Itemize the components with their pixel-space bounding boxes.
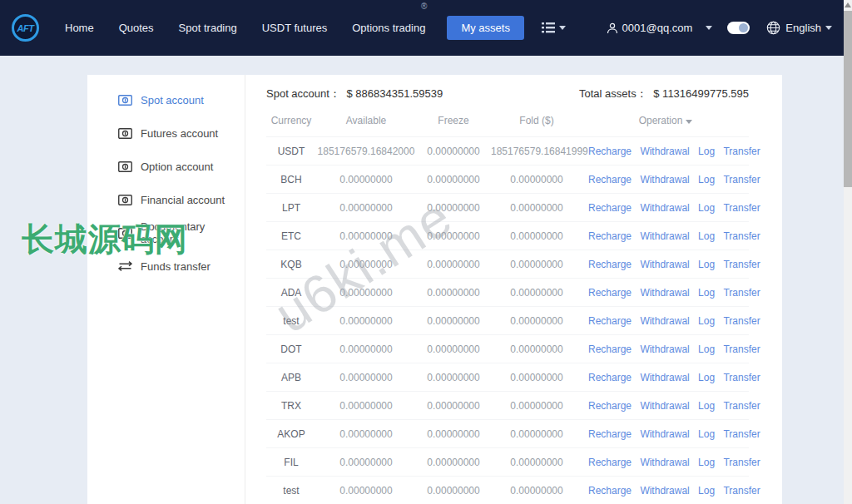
fold-cell: 185176579.16841999 bbox=[491, 137, 582, 166]
recharge-link[interactable]: Recharge bbox=[588, 230, 632, 242]
transfer-link[interactable]: Transfer bbox=[723, 372, 760, 383]
withdrawal-link[interactable]: Withdrawal bbox=[640, 315, 689, 327]
col-header-operation[interactable]: Operation bbox=[582, 106, 749, 137]
currency-cell: DOT bbox=[266, 335, 316, 363]
log-link[interactable]: Log bbox=[698, 485, 715, 497]
operation-chevron-down-icon bbox=[686, 120, 692, 124]
sidebar-item[interactable]: Funds transfer bbox=[87, 250, 245, 283]
table-row: BCH 0.00000000 0.00000000 0.00000000 Rec… bbox=[266, 166, 749, 194]
log-link[interactable]: Log bbox=[698, 146, 715, 157]
fold-cell: 0.00000000 bbox=[491, 250, 582, 279]
recharge-link[interactable]: Recharge bbox=[588, 428, 632, 440]
list-menu-button[interactable] bbox=[542, 22, 566, 33]
withdrawal-link[interactable]: Withdrawal bbox=[640, 457, 689, 468]
transfer-link[interactable]: Transfer bbox=[723, 174, 760, 185]
brand-logo[interactable]: AFT bbox=[12, 14, 39, 42]
withdrawal-link[interactable]: Withdrawal bbox=[640, 174, 689, 185]
available-cell: 0.00000000 bbox=[316, 166, 416, 194]
scroll-up-arrow-icon[interactable] bbox=[845, 2, 851, 7]
log-link[interactable]: Log bbox=[698, 372, 715, 383]
withdrawal-link[interactable]: Withdrawal bbox=[640, 400, 689, 412]
banknote-icon bbox=[118, 95, 132, 106]
freeze-cell: 0.00000000 bbox=[416, 392, 491, 420]
log-link[interactable]: Log bbox=[698, 315, 715, 327]
log-link[interactable]: Log bbox=[698, 202, 715, 214]
nav-item[interactable]: Spot trading bbox=[166, 22, 250, 34]
transfer-link[interactable]: Transfer bbox=[723, 202, 760, 214]
withdrawal-link[interactable]: Withdrawal bbox=[640, 287, 689, 299]
log-link[interactable]: Log bbox=[698, 230, 715, 242]
recharge-link[interactable]: Recharge bbox=[588, 315, 632, 327]
user-chevron-down-icon[interactable] bbox=[706, 26, 712, 30]
transfer-link[interactable]: Transfer bbox=[723, 287, 760, 299]
transfer-link[interactable]: Transfer bbox=[723, 485, 760, 497]
fold-cell: 0.00000000 bbox=[491, 392, 582, 420]
nav-item[interactable]: Options trading bbox=[339, 22, 438, 34]
sidebar-item[interactable]: Documentary account bbox=[87, 216, 245, 250]
recharge-link[interactable]: Recharge bbox=[588, 343, 632, 355]
recharge-link[interactable]: Recharge bbox=[588, 457, 632, 468]
nav-item[interactable]: Home bbox=[52, 22, 106, 34]
currency-cell: AKOP bbox=[266, 420, 316, 448]
withdrawal-link[interactable]: Withdrawal bbox=[640, 146, 689, 157]
log-link[interactable]: Log bbox=[698, 400, 715, 412]
transfer-link[interactable]: Transfer bbox=[723, 259, 760, 270]
recharge-link[interactable]: Recharge bbox=[588, 372, 632, 383]
table-row: ETC 0.00000000 0.00000000 0.00000000 Rec… bbox=[266, 222, 749, 250]
recharge-link[interactable]: Recharge bbox=[588, 146, 632, 157]
log-link[interactable]: Log bbox=[698, 343, 715, 355]
nav-item-my-assets[interactable]: My assets bbox=[447, 16, 524, 40]
page-scrollbar[interactable] bbox=[844, 0, 852, 504]
transfer-link[interactable]: Transfer bbox=[723, 400, 760, 412]
transfer-link[interactable]: Transfer bbox=[723, 457, 760, 468]
transfer-link[interactable]: Transfer bbox=[723, 343, 760, 355]
recharge-link[interactable]: Recharge bbox=[588, 287, 632, 299]
nav-item[interactable]: Quotes bbox=[106, 22, 166, 34]
withdrawal-link[interactable]: Withdrawal bbox=[640, 343, 689, 355]
currency-cell: BCH bbox=[266, 166, 316, 194]
log-link[interactable]: Log bbox=[698, 287, 715, 299]
withdrawal-link[interactable]: Withdrawal bbox=[640, 259, 689, 270]
spot-account-panel: Spot account： $ 886834351.59539 Total as… bbox=[245, 75, 782, 504]
log-link[interactable]: Log bbox=[698, 428, 715, 440]
user-account-button[interactable]: 0001@qq.com bbox=[607, 22, 693, 34]
transfer-link[interactable]: Transfer bbox=[723, 428, 760, 440]
sidebar-item[interactable]: Spot account bbox=[87, 83, 245, 116]
transfer-link[interactable]: Transfer bbox=[723, 315, 760, 327]
currency-cell: APB bbox=[266, 363, 316, 392]
sidebar-item[interactable]: Futures account bbox=[87, 116, 245, 150]
fold-cell: 0.00000000 bbox=[491, 448, 582, 477]
sidebar-item[interactable]: Option account bbox=[87, 150, 245, 183]
withdrawal-link[interactable]: Withdrawal bbox=[640, 230, 689, 242]
nav-item[interactable]: USDT futures bbox=[250, 22, 340, 34]
language-selector[interactable]: English bbox=[766, 21, 832, 35]
withdrawal-link[interactable]: Withdrawal bbox=[640, 428, 689, 440]
fold-cell: 0.00000000 bbox=[491, 166, 582, 194]
recharge-link[interactable]: Recharge bbox=[588, 259, 632, 270]
operation-cell: Recharge Withdrawal Log Transfer bbox=[582, 392, 749, 420]
sidebar-item[interactable]: Financial account bbox=[87, 183, 245, 216]
recharge-link[interactable]: Recharge bbox=[588, 485, 632, 497]
transfer-link[interactable]: Transfer bbox=[723, 230, 760, 242]
col-header-fold: Fold ($) bbox=[491, 106, 582, 137]
fold-cell: 0.00000000 bbox=[491, 194, 582, 222]
fold-cell: 0.00000000 bbox=[491, 335, 582, 363]
theme-toggle[interactable] bbox=[727, 22, 750, 34]
recharge-link[interactable]: Recharge bbox=[588, 174, 632, 185]
currency-cell: test bbox=[266, 307, 316, 335]
withdrawal-link[interactable]: Withdrawal bbox=[640, 485, 689, 497]
log-link[interactable]: Log bbox=[698, 174, 715, 185]
freeze-cell: 0.00000000 bbox=[416, 166, 491, 194]
recharge-link[interactable]: Recharge bbox=[588, 400, 632, 412]
recharge-link[interactable]: Recharge bbox=[588, 202, 632, 214]
log-link[interactable]: Log bbox=[698, 457, 715, 468]
log-link[interactable]: Log bbox=[698, 259, 715, 270]
currency-cell: test bbox=[266, 477, 316, 504]
registered-trademark-symbol: ® bbox=[421, 2, 427, 11]
transfer-link[interactable]: Transfer bbox=[723, 146, 760, 157]
scrollbar-thumb[interactable] bbox=[844, 11, 852, 187]
withdrawal-link[interactable]: Withdrawal bbox=[640, 202, 689, 214]
currency-cell: ETC bbox=[266, 222, 316, 250]
withdrawal-link[interactable]: Withdrawal bbox=[640, 372, 689, 383]
table-row: LPT 0.00000000 0.00000000 0.00000000 Rec… bbox=[266, 194, 749, 222]
